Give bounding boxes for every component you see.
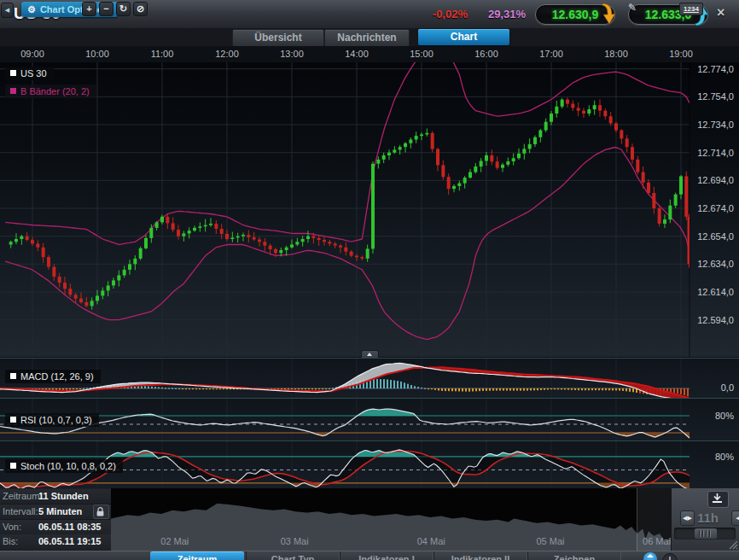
time-axis-label: 18:00 <box>597 49 635 59</box>
trading-chart-window: US 30 -0,02% 29,31% 12.630,9 12.633,0 × … <box>0 0 739 560</box>
time-axis-label: 13:00 <box>273 49 311 59</box>
rsi-plot <box>0 399 739 441</box>
tab-nachrichten[interactable]: Nachrichten <box>324 29 410 47</box>
zoom-out-button[interactable]: − <box>99 2 113 16</box>
price-axis-label: 12.674,0 <box>688 203 734 213</box>
stoch-axis-label: 80% <box>688 452 734 462</box>
rsi-panel[interactable] <box>0 399 739 441</box>
macd-swatch <box>10 373 16 379</box>
rsi-swatch <box>10 417 16 423</box>
info-value: 06.05.11 08:35 <box>38 522 101 532</box>
zoom-slider[interactable] <box>674 528 736 540</box>
interval-lock-button[interactable] <box>93 505 109 519</box>
tab-uebersicht[interactable]: Übersicht <box>232 29 324 47</box>
time-axis-label: 15:00 <box>403 49 440 59</box>
info-row-bis: Bis: 06.05.11 19:15 <box>0 534 111 551</box>
rsi-axis-label: 80% <box>688 411 734 421</box>
gear-icon: ⚙ <box>27 4 36 15</box>
price-axis-label: 12.774,0 <box>688 64 734 74</box>
sell-price-button[interactable]: 12.630,9 <box>535 4 615 25</box>
time-axis-label: 17:00 <box>532 49 570 59</box>
info-label: Von: <box>3 522 21 532</box>
toolbar-tab-indikatoren-2[interactable]: Indikatoren II <box>434 551 527 560</box>
navigator-date-label: 02 Mai <box>149 536 201 546</box>
stoch-swatch <box>10 463 16 469</box>
lock-icon <box>94 506 107 517</box>
info-row-zeitraum: Zeitraum: 11 Stunden <box>0 489 111 505</box>
price-axis-label: 12.754,0 <box>688 91 734 102</box>
price-axis-label: 12.714,0 <box>688 148 734 158</box>
rsi-label-chip: RSI (10, 0,7, 0,3) <box>5 413 99 427</box>
macd-label-chip: MACD (12, 26, 9) <box>5 370 101 383</box>
navigator-date-label: 05 Mai <box>525 536 576 546</box>
values-badge[interactable]: 1234 <box>679 3 703 15</box>
legend-band-chip: B Bänder (20, 2) <box>5 85 96 98</box>
time-axis-label: 14:00 <box>338 49 375 59</box>
time-axis-label: 12:00 <box>208 49 246 59</box>
price-axis-label: 12.734,0 <box>688 120 734 130</box>
pencil-icon[interactable]: ✎ <box>626 2 639 15</box>
time-axis-label: 19:00 <box>662 49 700 59</box>
price-axis-label: 12.634,0 <box>688 259 734 269</box>
legend-series-label: US 30 <box>20 68 47 79</box>
time-axis-label: 09:00 <box>14 49 51 59</box>
candles-group <box>5 62 690 340</box>
info-value: 11 Stunden <box>38 491 89 501</box>
info-label: Zeitraum: <box>3 491 42 501</box>
price-chart[interactable] <box>0 62 739 357</box>
change-percent: -0,02% <box>420 8 468 20</box>
zoom-slider-thumb[interactable] <box>695 528 717 539</box>
navigator-date-label: 03 Mai <box>269 536 320 546</box>
sell-price-value: 12.630,9 <box>552 8 599 21</box>
navigator-selection-window[interactable] <box>637 488 671 551</box>
rsi-label: RSI (10, 0,7, 0,3) <box>20 415 92 425</box>
info-value: 5 Minuten <box>38 506 82 516</box>
close-icon[interactable]: × <box>717 5 724 20</box>
time-axis-label: 16:00 <box>468 49 505 59</box>
info-row-von: Von: 06.05.11 08:35 <box>0 520 111 535</box>
candlestick-plot[interactable] <box>0 62 739 357</box>
navigator-controls: ◀▶ 11h ◀ <box>671 488 739 551</box>
price-axis-label: 12.654,0 <box>688 231 734 242</box>
zoom-in-button[interactable]: + <box>82 2 96 16</box>
toolbar-tab-zeichnen[interactable]: Zeichnen <box>527 551 621 560</box>
sort-arrows-icon[interactable] <box>643 552 657 560</box>
price-axis-label: 12.694,0 <box>688 175 734 185</box>
snap-to-end-button[interactable] <box>707 491 729 508</box>
scroll-right-button[interactable]: ◀ <box>731 510 739 526</box>
tab-chart[interactable]: Chart <box>418 29 509 45</box>
macd-label: MACD (12, 26, 9) <box>20 371 94 382</box>
navigator-date-label: 04 Mai <box>405 536 457 546</box>
price-axis-label: 12.614,0 <box>688 287 734 297</box>
navigator[interactable]: 02 Mai03 Mai04 Mai05 Mai06 Mai <box>111 488 671 551</box>
download-icon <box>708 492 726 505</box>
collapse-left-button[interactable]: ◀ <box>1 3 14 18</box>
range-percent: 29,31% <box>476 8 526 20</box>
toolbar-tab-indikatoren-1[interactable]: Indikatoren I <box>340 551 434 560</box>
price-axis-label: 12.594,0 <box>688 315 734 325</box>
window-size-label: 11h <box>697 510 719 525</box>
chart-options-label: Chart Optionen <box>40 4 108 15</box>
triangle-up-icon <box>367 353 372 356</box>
toolbar-tab-chart-typ[interactable]: Chart Typ <box>246 551 340 560</box>
info-label: Intervall: <box>3 506 38 516</box>
refresh-button[interactable]: ↻ <box>116 2 131 16</box>
stoch-label-chip: Stoch (10, 10, 0,8, 0,2) <box>5 459 123 473</box>
resize-grip[interactable] <box>728 540 738 550</box>
toolbar-tab-zeitraum[interactable]: Zeitraum <box>150 551 244 560</box>
scroll-left-button[interactable]: ◀▶ <box>680 510 695 526</box>
series-swatch <box>10 70 16 76</box>
stoch-label: Stoch (10, 10, 0,8, 0,2) <box>20 461 116 471</box>
time-axis-label: 10:00 <box>79 49 116 59</box>
clear-button[interactable]: ⊘ <box>133 2 148 16</box>
info-value: 06.05.11 19:15 <box>38 536 101 546</box>
legend-series-chip: US 30 <box>5 67 54 80</box>
time-axis: 09:0010:0011:0012:0013:0014:0015:0016:00… <box>0 46 739 62</box>
sell-arrow-down-icon <box>600 3 619 32</box>
macd-axis-label: 0,0 <box>688 382 734 393</box>
macd-plot <box>0 359 739 399</box>
band-swatch <box>10 88 16 94</box>
legend-band-label: B Bänder (20, 2) <box>20 86 90 96</box>
macd-panel[interactable] <box>0 359 739 399</box>
time-axis-label: 11:00 <box>143 49 181 59</box>
